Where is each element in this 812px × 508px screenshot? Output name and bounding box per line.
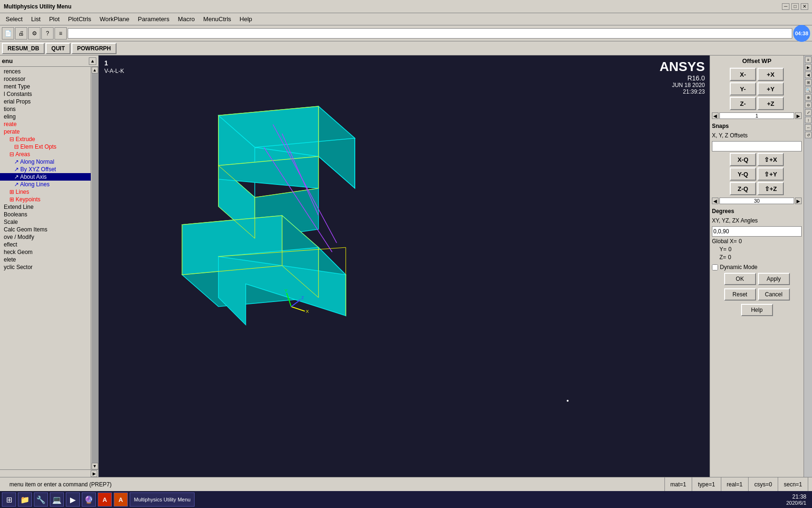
help-button[interactable]: Help xyxy=(741,304,773,316)
sidebar-item-eling[interactable]: eling xyxy=(0,113,91,120)
sidebar-item-ment-type[interactable]: ment Type xyxy=(0,83,91,90)
sidebar-item-scale[interactable]: Scale xyxy=(0,218,91,226)
menu-macro[interactable]: Macro xyxy=(174,15,198,24)
cancel-button[interactable]: Cancel xyxy=(758,288,790,301)
far-right-btn-10[interactable]: ↔ xyxy=(805,124,812,131)
powrgrph-button[interactable]: POWRGRPH xyxy=(71,43,117,54)
sidebar-item-along-normal[interactable]: ↗ Along Normal xyxy=(0,158,91,166)
rotation-slider-right[interactable]: ▶ xyxy=(795,198,802,204)
sidebar-item-about-axis[interactable]: ↗ About Axis xyxy=(0,173,91,181)
close-button[interactable]: ✕ xyxy=(801,3,808,10)
zq-button[interactable]: Z-Q xyxy=(730,182,756,195)
taskbar-computer-icon[interactable]: 💻 xyxy=(50,492,64,507)
sidebar-item-extrude[interactable]: ⊟ Extrude xyxy=(0,135,91,143)
sidebar-item-rocessor[interactable]: rocessor xyxy=(0,75,91,83)
far-right-btn-6[interactable]: ⊕ xyxy=(805,94,812,101)
taskbar-ansys-icon1[interactable]: A xyxy=(98,492,112,507)
sidebar-item-rences[interactable]: rences xyxy=(0,68,91,75)
sidebar-item-erial-props[interactable]: erial Props xyxy=(0,98,91,105)
quit-button[interactable]: QUIT xyxy=(46,43,70,54)
toolbar-btn-4[interactable]: ? xyxy=(41,27,54,40)
sidebar-item-reate[interactable]: reate xyxy=(0,120,91,128)
rotation-slider-left[interactable]: ◀ xyxy=(712,198,718,204)
apply-button[interactable]: Apply xyxy=(758,273,790,285)
toolbar-btn-1[interactable]: 📄 xyxy=(2,27,14,40)
toolbar-btn-2[interactable]: 🖨 xyxy=(15,27,27,40)
z-plus-button[interactable]: +Z xyxy=(757,97,784,110)
far-right-btn-11[interactable]: ↺ xyxy=(805,132,812,138)
sidebar-item-move-modify[interactable]: ove / Modify xyxy=(0,233,91,241)
sidebar-item-calc-geom[interactable]: Calc Geom Items xyxy=(0,226,91,233)
sidebar-expand-btn[interactable]: ▶ xyxy=(91,470,97,477)
toolbar-btn-5[interactable]: ≡ xyxy=(55,27,67,40)
menu-workplane[interactable]: WorkPlane xyxy=(96,15,133,24)
menu-help[interactable]: Help xyxy=(236,15,256,24)
far-right-btn-1[interactable]: ≡ xyxy=(805,56,812,63)
sidebar-item-keypoints[interactable]: ⊞ Keypoints xyxy=(0,196,91,203)
sidebar-item-constants[interactable]: l Constants xyxy=(0,90,91,98)
menu-list[interactable]: List xyxy=(27,15,44,24)
sidebar-item-booleans[interactable]: Booleans xyxy=(0,211,91,218)
toolbar-input[interactable] xyxy=(68,28,792,39)
maximize-button[interactable]: □ xyxy=(791,3,799,10)
menu-menuctrls[interactable]: MenuCtrls xyxy=(200,15,235,24)
slider-right-arrow[interactable]: ▶ xyxy=(795,112,802,119)
taskbar-ansys-icon2[interactable]: A xyxy=(114,492,128,507)
xyz-offset-input[interactable] xyxy=(712,141,802,151)
y-plus-button[interactable]: +Y xyxy=(757,82,784,95)
z-shift-plus-button[interactable]: ⇧+Z xyxy=(757,182,784,195)
x-plus-button[interactable]: +X xyxy=(757,68,784,81)
y-shift-plus-button[interactable]: ⇧+Y xyxy=(757,167,784,181)
far-right-btn-4[interactable]: ⊞ xyxy=(805,79,812,86)
sidebar-item-eflect[interactable]: eflect xyxy=(0,241,91,248)
slider-left-arrow[interactable]: ◀ xyxy=(712,112,718,119)
taskbar-active-window[interactable]: Multiphysics Utility Menu xyxy=(130,492,195,507)
menu-plot[interactable]: Plot xyxy=(45,15,63,24)
sidebar-item-elete[interactable]: elete xyxy=(0,256,91,263)
sidebar-scrollbar[interactable]: ▲ ▼ xyxy=(91,67,98,469)
menu-plotctrls[interactable]: PlotCtrls xyxy=(64,15,95,24)
far-right-btn-7[interactable]: ⊖ xyxy=(805,102,812,108)
taskbar-app1-icon[interactable]: 🔮 xyxy=(82,492,96,507)
far-right-btn-8[interactable]: ⤢ xyxy=(805,109,812,116)
far-right-btn-2[interactable]: ▶ xyxy=(805,64,812,71)
x-shift-plus-button[interactable]: ⇧+X xyxy=(757,153,784,166)
global-y-value: 0 xyxy=(728,246,732,253)
sidebar-item-along-lines[interactable]: ↗ Along Lines xyxy=(0,181,91,188)
scrollbar-down-arrow[interactable]: ▼ xyxy=(92,463,98,469)
global-z-row: Z= 0 xyxy=(712,254,802,261)
taskbar-settings-icon[interactable]: 🔧 xyxy=(34,492,48,507)
resum-db-button[interactable]: RESUM_DB xyxy=(2,43,45,54)
taskbar-folder-icon[interactable]: 📁 xyxy=(18,492,32,507)
dynamic-mode-checkbox[interactable] xyxy=(712,264,718,270)
minimize-button[interactable]: ─ xyxy=(782,3,789,10)
far-right-btn-5[interactable]: 🔍 xyxy=(805,87,812,93)
taskbar-start-icon[interactable]: ⊞ xyxy=(2,492,16,507)
yq-button[interactable]: Y-Q xyxy=(730,167,756,181)
scrollbar-up-arrow[interactable]: ▲ xyxy=(92,67,98,73)
sidebar-item-areas[interactable]: ⊟ Areas xyxy=(0,151,91,158)
z-minus-button[interactable]: Z- xyxy=(730,97,756,110)
taskbar-play-icon[interactable]: ▶ xyxy=(66,492,80,507)
sidebar-collapse-btn[interactable]: ▲ xyxy=(89,57,96,65)
sidebar-item-extend-line[interactable]: Extend Line xyxy=(0,203,91,211)
sidebar-item-by-xyz-offset[interactable]: ↗ By XYZ Offset xyxy=(0,166,91,173)
sidebar-item-yclic-sector[interactable]: yclic Sector xyxy=(0,263,91,271)
sidebar-item-lines[interactable]: ⊞ Lines xyxy=(0,188,91,196)
menu-select[interactable]: Select xyxy=(2,15,26,24)
x-minus-button[interactable]: X- xyxy=(730,68,756,81)
far-right-btn-9[interactable]: ↕ xyxy=(805,117,812,123)
toolbar-btn-3[interactable]: ⚙ xyxy=(28,27,40,40)
ok-button[interactable]: OK xyxy=(724,273,756,285)
sidebar-item-elem-ext-opts[interactable]: ⊟ Elem Ext Opts xyxy=(0,143,91,151)
sidebar-item-heck-geom[interactable]: heck Geom xyxy=(0,248,91,256)
far-right-btn-3[interactable]: ◀ xyxy=(805,71,812,78)
sidebar-item-tions[interactable]: tions xyxy=(0,105,91,113)
svg-marker-1 xyxy=(319,106,355,188)
xq-button[interactable]: X-Q xyxy=(730,153,756,166)
y-minus-button[interactable]: Y- xyxy=(730,82,756,95)
angles-input[interactable] xyxy=(712,226,802,237)
menu-parameters[interactable]: Parameters xyxy=(134,15,173,24)
reset-button[interactable]: Reset xyxy=(724,288,756,301)
sidebar-item-perate[interactable]: perate xyxy=(0,128,91,135)
